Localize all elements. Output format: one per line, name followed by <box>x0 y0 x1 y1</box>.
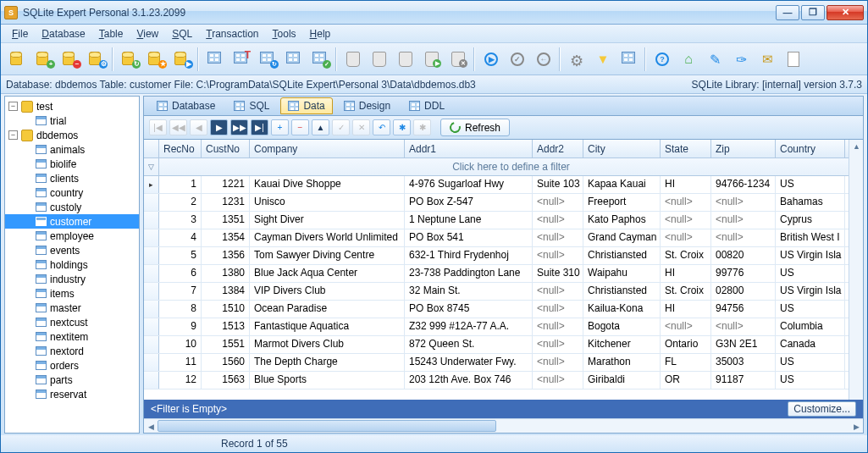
cell-company[interactable]: Unisco <box>250 194 405 211</box>
tree-table-industry[interactable]: industry <box>5 272 139 286</box>
scroll-thumb[interactable] <box>158 420 496 432</box>
db-refresh-button[interactable]: ↻ <box>118 47 141 71</box>
cell-state[interactable]: <null> <box>661 318 711 335</box>
table-row[interactable]: 111560The Depth Charge15243 Underwater F… <box>144 354 863 372</box>
tree-table-custoly[interactable]: custoly <box>5 200 139 214</box>
tab-design[interactable]: Design <box>336 97 398 114</box>
cell-custno[interactable]: 1560 <box>202 354 250 371</box>
apply-button[interactable]: ✓ <box>506 47 529 71</box>
grid-button[interactable] <box>617 47 641 71</box>
cell-recno[interactable]: 3 <box>159 212 202 229</box>
tree-table-nextcust[interactable]: nextcust <box>5 315 139 329</box>
cell-custno[interactable]: 1510 <box>202 301 250 318</box>
cell-custno[interactable]: 1380 <box>202 265 250 282</box>
cell-addr2[interactable]: <null> <box>533 283 583 300</box>
table-row[interactable]: 61380Blue Jack Aqua Center23-738 Padding… <box>144 265 863 283</box>
nav-delete-button[interactable]: − <box>291 119 309 135</box>
cell-state[interactable]: OR <box>661 372 711 389</box>
cell-state[interactable]: HI <box>661 176 711 193</box>
cell-recno[interactable]: 7 <box>159 283 202 300</box>
cell-city[interactable]: Freeport <box>583 194 661 211</box>
cell-country[interactable]: Columbia <box>776 318 845 335</box>
cell-company[interactable]: Fantastique Aquatica <box>250 318 405 335</box>
cell-zip[interactable]: 02800 <box>711 283 776 300</box>
cell-addr1[interactable]: 203 12th Ave. Box 746 <box>405 372 533 389</box>
cell-addr2[interactable]: <null> <box>533 301 583 318</box>
cell-recno[interactable]: 11 <box>159 354 202 371</box>
tree-table-trial[interactable]: trial <box>5 113 139 128</box>
db-close-button[interactable]: − <box>58 47 82 71</box>
menu-transaction[interactable]: Transaction <box>200 26 264 41</box>
tree-table-items[interactable]: items <box>5 286 139 301</box>
tab-data[interactable]: Data <box>280 97 332 114</box>
nav-nextpage-button[interactable]: ▶▶ <box>230 119 248 135</box>
table-new-button[interactable] <box>203 47 227 71</box>
cell-zip[interactable]: 94766-1234 <box>711 176 776 193</box>
cell-city[interactable]: Kapaa Kauai <box>583 176 661 193</box>
cell-city[interactable]: Grand Cayman <box>583 229 661 246</box>
cell-company[interactable]: Cayman Divers World Unlimited <box>250 229 405 246</box>
cell-addr2[interactable]: <null> <box>533 372 583 389</box>
tree-table-reservat[interactable]: reservat <box>5 387 139 401</box>
nav-edit-button[interactable]: ▲ <box>312 119 329 135</box>
tree-table-biolife[interactable]: biolife <box>5 157 139 171</box>
tree-table-parts[interactable]: parts <box>5 373 139 387</box>
cell-addr1[interactable]: 1 Neptune Lane <box>405 212 533 229</box>
table-row[interactable]: 91513Fantastique AquaticaZ32 999 #12A-77… <box>144 318 863 336</box>
nav-insert-button[interactable]: + <box>271 119 289 135</box>
cell-company[interactable]: Blue Sports <box>250 372 405 389</box>
tree-db-test[interactable]: −test <box>5 99 139 113</box>
script-save-button[interactable] <box>394 47 417 71</box>
table-row[interactable]: ▸11221Kauai Dive Shoppe4-976 Sugarloaf H… <box>144 176 863 194</box>
cell-custno[interactable]: 1513 <box>202 318 250 335</box>
cell-recno[interactable]: 12 <box>159 372 202 389</box>
cell-zip[interactable]: 91187 <box>711 372 776 389</box>
nav-first-button[interactable]: |◀ <box>149 119 167 135</box>
cell-country[interactable]: US <box>776 354 845 371</box>
menu-help[interactable]: Help <box>304 26 337 41</box>
cell-country[interactable]: US <box>776 176 845 193</box>
column-header-addr2[interactable]: Addr2 <box>533 140 583 157</box>
scroll-right-icon[interactable]: ▶ <box>849 419 863 434</box>
cell-zip[interactable]: 00820 <box>711 247 776 264</box>
tree-table-country[interactable]: country <box>5 185 139 200</box>
rollback-button[interactable]: ← <box>532 47 556 71</box>
column-header-recno[interactable]: RecNo <box>159 140 202 157</box>
cell-company[interactable]: VIP Divers Club <box>250 283 405 300</box>
table-refresh-button[interactable]: ↻ <box>256 47 279 71</box>
cell-company[interactable]: Kauai Dive Shoppe <box>250 176 405 193</box>
cell-city[interactable]: Kitchener <box>583 336 661 353</box>
cell-zip[interactable]: <null> <box>711 229 776 246</box>
menu-sql[interactable]: SQL <box>166 26 198 41</box>
cell-zip[interactable]: 99776 <box>711 265 776 282</box>
nav-last-button[interactable]: ▶| <box>251 119 268 135</box>
cell-country[interactable]: US Virgin Isla <box>776 283 845 300</box>
cell-custno[interactable]: 1231 <box>202 194 250 211</box>
cell-country[interactable]: British West I <box>776 229 845 246</box>
tree-table-master[interactable]: master <box>5 301 139 315</box>
tree-table-nextitem[interactable]: nextitem <box>5 329 139 344</box>
cell-state[interactable]: FL <box>661 354 711 371</box>
cell-company[interactable]: Blue Jack Aqua Center <box>250 265 405 282</box>
cell-country[interactable]: Cyprus <box>776 212 845 229</box>
vertical-scrollbar[interactable]: ▲ <box>849 140 863 400</box>
close-button[interactable]: ✕ <box>827 5 864 20</box>
table-rename-button[interactable]: T <box>229 47 253 71</box>
cell-custno[interactable]: 1351 <box>202 212 250 229</box>
tree-table-employee[interactable]: employee <box>5 229 139 243</box>
cell-country[interactable]: US Virgin Isla <box>776 247 845 264</box>
cell-recno[interactable]: 4 <box>159 229 202 246</box>
tree-table-holdings[interactable]: holdings <box>5 257 139 272</box>
tree-table-events[interactable]: events <box>5 243 139 257</box>
cell-addr1[interactable]: PO Box 8745 <box>405 301 533 318</box>
cell-zip[interactable]: <null> <box>711 212 776 229</box>
db-attach-button[interactable]: ⚙ <box>85 47 108 71</box>
cell-addr2[interactable]: <null> <box>533 229 583 246</box>
collapse-icon[interactable]: − <box>8 130 18 140</box>
table-row[interactable]: 121563Blue Sports203 12th Ave. Box 746<n… <box>144 372 863 389</box>
cell-company[interactable]: Sight Diver <box>250 212 405 229</box>
menu-tools[interactable]: Tools <box>267 26 302 41</box>
cell-recno[interactable]: 6 <box>159 265 202 282</box>
cell-recno[interactable]: 1 <box>159 176 202 193</box>
cell-city[interactable]: Waipahu <box>583 265 661 282</box>
